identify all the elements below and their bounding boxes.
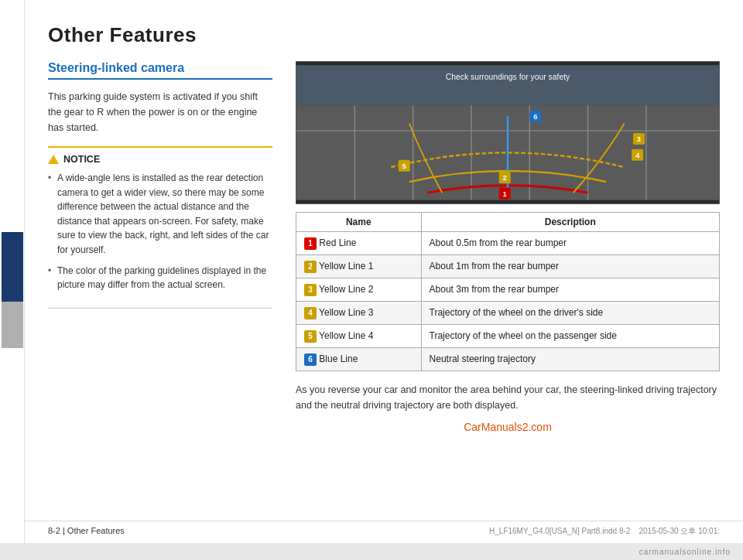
notice-label: NOTICE: [63, 154, 100, 165]
desc-cell: About 3m from the rear bumper: [421, 278, 719, 302]
svg-text:3: 3: [637, 135, 641, 143]
sidebar-accent: [0, 0, 25, 560]
left-column: Steering-linked camera This parking guid…: [48, 61, 272, 545]
table-row: 4 Yellow Line 3Trajectory of the wheel o…: [296, 302, 720, 325]
desc-cell: Trajectory of the wheel on the passenger…: [421, 325, 719, 348]
col-desc-header: Description: [421, 213, 719, 232]
camera-svg: 1 2 3 4 5: [296, 62, 719, 203]
notice-bullet-1: A wide-angle lens is installed as the re…: [48, 171, 272, 258]
body-text: This parking guide system is activated i…: [48, 89, 272, 135]
num-badge: 5: [304, 330, 317, 343]
right-column: 1 2 3 4 5: [296, 61, 720, 545]
desc-cell: Neutral steering trajectory: [421, 348, 719, 371]
notice-header: NOTICE: [48, 154, 272, 165]
name-cell: 2 Yellow Line 1: [296, 255, 422, 278]
section-heading: Steering-linked camera: [48, 61, 272, 80]
col-name-header: Name: [296, 213, 422, 232]
footer-file-info: H_LF16MY_G4.0[USA_N] Part8.indd 8-2 2015…: [489, 526, 720, 537]
desc-cell: Trajectory of the wheel on the driver's …: [421, 302, 719, 325]
name-cell: 4 Yellow Line 3: [296, 302, 422, 325]
footer-page-label: 8-2 | Other Features: [48, 526, 125, 537]
name-cell: 1 Red Line: [296, 232, 422, 255]
desc-cell: About 0.5m from the rear bumper: [421, 232, 719, 255]
table-row: 1 Red LineAbout 0.5m from the rear bumpe…: [296, 232, 720, 255]
footer-filename: H_LF16MY_G4.0[USA_N] Part8.indd 8-2: [489, 527, 630, 535]
table-row: 6 Blue LineNeutral steering trajectory: [296, 348, 720, 371]
num-badge: 1: [304, 237, 317, 250]
content-columns: Steering-linked camera This parking guid…: [48, 61, 720, 545]
table-row: 3 Yellow Line 2About 3m from the rear bu…: [296, 278, 720, 302]
num-badge: 6: [304, 353, 317, 366]
carmanuals-link[interactable]: CarManuals2.com: [296, 421, 720, 433]
svg-text:6: 6: [533, 112, 537, 121]
watermark-bar: carmanualsonline.info: [0, 543, 743, 560]
table-row: 2 Yellow Line 1About 1m from the rear bu…: [296, 255, 720, 278]
page-title: Other Features: [48, 23, 720, 47]
warning-triangle-icon: [48, 155, 59, 164]
svg-rect-1: [296, 65, 719, 105]
page-wrapper: Other Features Steering-linked camera Th…: [0, 0, 743, 560]
page-footer: 8-2 | Other Features H_LF16MY_G4.0[USA_N…: [25, 521, 743, 537]
notice-box: NOTICE A wide-angle lens is installed as…: [48, 146, 272, 309]
name-cell: 3 Yellow Line 2: [296, 278, 422, 302]
bottom-text: As you reverse your car and monitor the …: [296, 382, 720, 413]
table-row: 5 Yellow Line 4Trajectory of the wheel o…: [296, 325, 720, 348]
guide-table: Name Description 1 Red LineAbout 0.5m fr…: [296, 212, 720, 371]
camera-image: 1 2 3 4 5: [296, 61, 720, 204]
svg-text:2: 2: [503, 173, 507, 182]
sidebar-gray-block: [2, 302, 23, 348]
num-badge: 4: [304, 307, 317, 319]
desc-cell: About 1m from the rear bumper: [421, 255, 719, 278]
name-cell: 6 Blue Line: [296, 348, 422, 371]
svg-text:4: 4: [635, 151, 640, 159]
footer-date: 2015-05-30 오후 10:01:: [639, 527, 720, 535]
main-content: Other Features Steering-linked camera Th…: [25, 0, 743, 560]
svg-text:1: 1: [503, 190, 507, 198]
sidebar-blue-block: [2, 232, 23, 302]
notice-bullet-list: A wide-angle lens is installed as the re…: [48, 171, 272, 292]
name-cell: 5 Yellow Line 4: [296, 325, 422, 348]
num-badge: 2: [304, 261, 317, 273]
num-badge: 3: [304, 284, 317, 296]
svg-text:5: 5: [402, 162, 406, 170]
notice-bullet-2: The color of the parking guidelines disp…: [48, 264, 272, 292]
svg-text:Check surroundings for your sa: Check surroundings for your safety: [446, 73, 570, 81]
watermark-text: carmanualsonline.info: [639, 548, 731, 556]
